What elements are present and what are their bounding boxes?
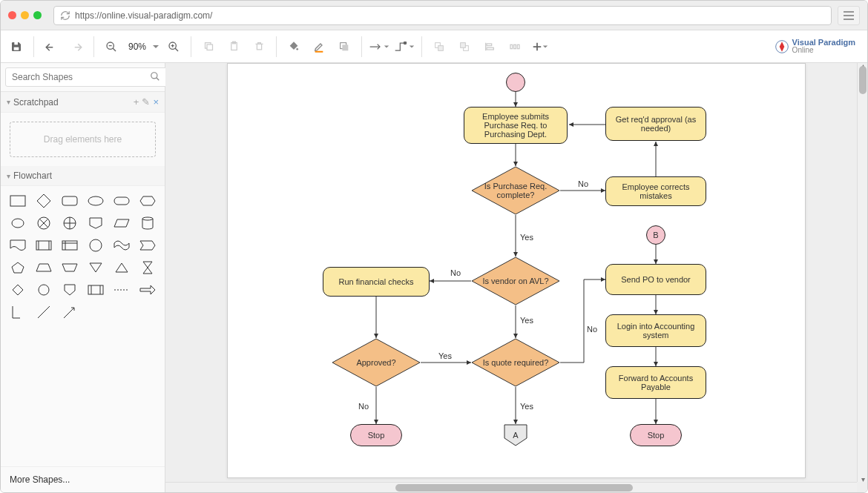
menu-button[interactable]	[838, 6, 860, 25]
connection-style-button[interactable]	[368, 36, 390, 58]
svg-rect-39	[114, 197, 129, 205]
paste-button[interactable]	[223, 36, 245, 58]
process-forward[interactable]: Forward to Accounts Payable	[605, 366, 706, 399]
reload-icon	[60, 10, 70, 21]
shape-card[interactable]	[85, 281, 106, 299]
window-controls	[8, 11, 42, 19]
scratchpad-header[interactable]: ▾ Scratchpad + ✎ ×	[1, 92, 165, 113]
shape-rounded-rect[interactable]	[59, 192, 80, 210]
shape-diamond[interactable]	[33, 192, 54, 210]
address-bar[interactable]: https://online.visual-paradigm.com/	[53, 6, 832, 25]
shape-internal-storage[interactable]	[59, 236, 80, 254]
shape-pentagon[interactable]	[7, 259, 28, 277]
shape-hourglass[interactable]	[137, 259, 159, 277]
zoom-out-button[interactable]	[100, 36, 122, 58]
decision-quote[interactable]: Is quote required?	[471, 338, 560, 387]
maximize-icon[interactable]	[33, 11, 42, 19]
shape-arrow[interactable]	[137, 281, 159, 299]
to-front-button[interactable]	[428, 36, 450, 58]
edit-icon[interactable]: ✎	[142, 96, 150, 107]
process-approval[interactable]: Get req'd approval (as needed)	[605, 107, 706, 141]
shape-flag[interactable]	[137, 236, 159, 254]
terminator-stop-right[interactable]: Stop	[630, 424, 682, 446]
shape-document[interactable]	[7, 236, 28, 254]
to-back-button[interactable]	[453, 36, 476, 58]
search-shapes-input[interactable]	[5, 67, 168, 87]
fill-button[interactable]	[283, 36, 305, 58]
vertical-scrollbar[interactable]: ▴ ▾	[857, 63, 867, 482]
redo-button[interactable]	[65, 36, 88, 58]
waypoint-button[interactable]	[393, 36, 415, 58]
shape-line[interactable]	[33, 303, 54, 321]
shape-ellipse-small[interactable]	[7, 214, 28, 232]
shape-rectangle[interactable]	[7, 192, 28, 210]
shape-parallelogram[interactable]	[111, 214, 133, 232]
terminator-stop-left[interactable]: Stop	[350, 424, 402, 446]
minimize-icon[interactable]	[21, 11, 29, 19]
scroll-thumb[interactable]	[859, 66, 867, 94]
shape-ellipse[interactable]	[85, 192, 106, 210]
shape-predefined[interactable]	[33, 236, 54, 254]
vp-logo-icon	[775, 39, 789, 54]
shadow-button[interactable]	[333, 36, 355, 58]
shape-hexagon[interactable]	[137, 192, 159, 210]
process-sendpo[interactable]: Send PO to vendor	[605, 264, 706, 295]
scroll-thumb[interactable]	[395, 484, 633, 492]
shape-circle[interactable]	[85, 236, 106, 254]
connector-b[interactable]: B	[646, 225, 665, 245]
shape-wave[interactable]	[111, 236, 133, 254]
shape-diamond-small[interactable]	[7, 281, 28, 299]
distribute-button[interactable]	[504, 36, 526, 58]
shape-x-circle[interactable]	[33, 214, 54, 232]
save-button[interactable]	[5, 36, 27, 58]
process-login[interactable]: Login into Accounting system	[605, 314, 706, 347]
chevron-down-icon[interactable]	[152, 43, 160, 50]
process-corrects[interactable]: Employee corrects mistakes	[605, 176, 706, 206]
decision-avl[interactable]: Is vendor on AVL?	[471, 257, 560, 305]
svg-rect-30	[517, 44, 519, 48]
shape-trapezoid[interactable]	[33, 259, 54, 277]
align-button[interactable]	[479, 36, 501, 58]
delete-button[interactable]	[248, 36, 270, 58]
plus-icon[interactable]: +	[134, 96, 139, 107]
shape-plus-circle[interactable]	[59, 214, 80, 232]
shapes-sidebar: ▾ Scratchpad + ✎ × Drag elements here ▾ …	[1, 63, 165, 492]
shape-circle-small[interactable]	[33, 281, 54, 299]
edge-label: Yes	[438, 351, 452, 360]
flowchart-header[interactable]: ▾ Flowchart	[1, 166, 165, 186]
shape-trapezoid-inv[interactable]	[59, 259, 80, 277]
url-text: https://online.visual-paradigm.com/	[75, 10, 212, 21]
start-node[interactable]	[506, 73, 525, 92]
close-icon[interactable]	[8, 11, 16, 19]
more-shapes-button[interactable]: More Shapes...	[1, 466, 165, 492]
shape-terminator[interactable]	[111, 192, 133, 210]
close-icon[interactable]: ×	[153, 96, 159, 107]
shape-dashes[interactable]	[111, 281, 133, 299]
stroke-color-button[interactable]	[308, 36, 330, 58]
shape-line-arrow[interactable]	[59, 303, 80, 321]
decision-complete[interactable]: Is Purchase Req. complete?	[471, 166, 560, 215]
shape-shield[interactable]	[59, 281, 80, 299]
horizontal-scrollbar[interactable]	[165, 482, 857, 492]
shape-offpage[interactable]	[85, 214, 106, 232]
zoom-in-button[interactable]	[162, 36, 185, 58]
connector-a[interactable]: A	[504, 424, 527, 446]
shape-triangle[interactable]	[111, 259, 133, 277]
process-submit[interactable]: Employee submits Purchase Req. to Purcha…	[464, 107, 568, 144]
process-checks[interactable]: Run financial checks	[323, 267, 430, 297]
diagram-paper[interactable]: Employee submits Purchase Req. to Purcha…	[227, 63, 806, 478]
shape-bracket[interactable]	[7, 303, 28, 321]
shape-cylinder[interactable]	[137, 214, 159, 232]
undo-button[interactable]	[40, 36, 62, 58]
zoom-level[interactable]: 90%	[125, 42, 149, 52]
canvas-area: Employee submits Purchase Req. to Purcha…	[165, 63, 867, 492]
svg-rect-26	[487, 44, 492, 46]
brand-logo[interactable]: Visual Paradigm Online	[775, 39, 863, 54]
copy-button[interactable]	[197, 36, 220, 58]
scratchpad-dropzone[interactable]: Drag elements here	[10, 122, 156, 157]
add-button[interactable]	[529, 36, 551, 58]
search-icon[interactable]	[150, 71, 160, 84]
svg-rect-24	[461, 42, 466, 47]
decision-approved[interactable]: Approved?	[332, 338, 421, 387]
shape-triangle-down[interactable]	[85, 259, 106, 277]
